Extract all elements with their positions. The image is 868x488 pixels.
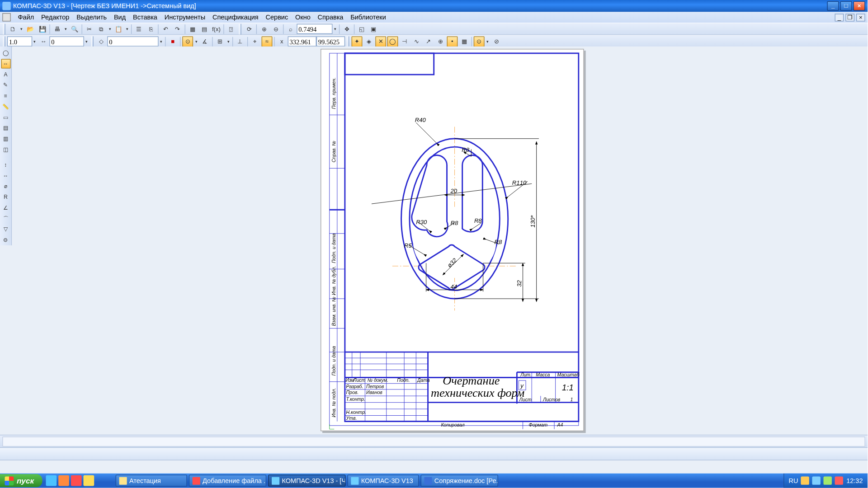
menu-service[interactable]: Сервис — [262, 12, 292, 23]
param-tab[interactable]: ≡ — [1, 91, 10, 101]
grid-dropdown[interactable]: ▾ — [226, 36, 231, 47]
snap-grid-button[interactable]: ▦ — [459, 36, 470, 47]
menu-select[interactable]: Выделить — [73, 12, 110, 23]
drawing-canvas[interactable]: Перв. примен. Справ. № Подп. и дата Инв.… — [12, 47, 868, 435]
line-style-combo[interactable] — [7, 36, 32, 46]
toolbar-grip[interactable] — [3, 36, 5, 47]
paste-button[interactable]: 📋 — [113, 23, 124, 34]
pan-button[interactable]: ✥ — [341, 23, 352, 34]
snap-all-dropdown[interactable]: ▾ — [485, 36, 491, 47]
redo-button[interactable]: ↷ — [172, 23, 183, 34]
ql-firefox-icon[interactable] — [58, 475, 69, 486]
task-kompas-doc[interactable]: КОМПАС-3D V13 - [Ч... — [268, 474, 345, 486]
spec-tab[interactable]: ▤ — [1, 123, 10, 133]
linear-dim-button[interactable]: ↔ — [1, 171, 10, 180]
print-button[interactable]: 🖶 — [52, 23, 63, 34]
snap-align-button[interactable]: ↗ — [423, 36, 434, 47]
task-folder[interactable]: Атестация — [116, 474, 187, 486]
angle-snap-button[interactable]: ∡ — [200, 36, 211, 47]
clock[interactable]: 12:32 — [846, 477, 863, 484]
ql-yandex-icon[interactable] — [84, 475, 94, 486]
zoom-out-button[interactable]: ⊖ — [270, 23, 281, 34]
report-tab[interactable]: ▥ — [1, 134, 10, 144]
menu-spec[interactable]: Спецификация — [209, 12, 262, 23]
snap-toggle[interactable]: ⊙ — [182, 36, 193, 47]
copy-button[interactable]: ⧉ — [96, 23, 107, 34]
open-button[interactable]: 📂 — [25, 23, 36, 34]
tray-icon[interactable] — [812, 476, 821, 484]
geometry-tab[interactable]: ◯ — [1, 48, 10, 58]
lang-indicator[interactable]: RU — [788, 477, 798, 484]
library-mgr-button[interactable]: ▦ — [187, 23, 198, 34]
snap-int-button[interactable]: ✕ — [375, 36, 386, 47]
grid-button[interactable]: ⊞ — [214, 36, 225, 47]
snap-disable-button[interactable]: ⊘ — [491, 36, 502, 47]
text-tab[interactable]: A — [1, 70, 10, 79]
menu-libraries[interactable]: Библиотеки — [347, 12, 389, 23]
task-yandex[interactable]: Добавление файла ... — [189, 474, 266, 486]
round-button[interactable]: ≈ — [262, 36, 273, 47]
window-close-button[interactable]: × — [853, 1, 865, 11]
mdi-minimize-button[interactable]: _ — [835, 14, 844, 21]
menu-insert[interactable]: Вставка — [129, 12, 161, 23]
tray-icon[interactable] — [835, 476, 843, 484]
task-kompas[interactable]: КОМПАС-3D V13 — [347, 474, 419, 486]
arc-dim-button[interactable]: ⌒ — [1, 214, 10, 223]
ql-chrome-icon[interactable] — [46, 475, 57, 486]
print-dropdown[interactable]: ▾ — [63, 23, 69, 34]
select-tab[interactable]: ▭ — [1, 113, 10, 122]
toolbar-grip[interactable] — [3, 23, 5, 34]
snap-mid-button[interactable]: ◈ — [363, 36, 374, 47]
snap-point-button[interactable]: • — [447, 36, 458, 47]
spec-button[interactable]: ▤ — [199, 23, 210, 34]
snap-perp-button[interactable]: ⊣ — [399, 36, 410, 47]
task-word[interactable]: Сопряжение.doc [Ре... — [421, 474, 498, 486]
height-dim-button[interactable]: ▽ — [1, 225, 10, 234]
stop-button[interactable]: ■ — [167, 36, 178, 47]
angle-dim-button[interactable]: ∠ — [1, 203, 10, 212]
window-minimize-button[interactable]: _ — [827, 1, 839, 11]
diam-dim-button[interactable]: ⌀ — [1, 182, 10, 191]
menu-file[interactable]: Файл — [14, 12, 38, 23]
radial-dim-button[interactable]: R — [1, 192, 10, 202]
zoom-in-button[interactable]: ⊕ — [259, 23, 269, 34]
undo-button[interactable]: ↶ — [160, 23, 171, 34]
snap-all-button[interactable]: ⊙ — [474, 36, 485, 47]
snap-end-button[interactable]: ✦ — [352, 36, 363, 47]
copy-props-button[interactable]: ⎘ — [146, 23, 156, 34]
dimensions-tab[interactable]: ↔ — [1, 59, 10, 68]
new-button[interactable]: 🗋 — [8, 23, 19, 34]
step-dropdown[interactable]: ▾ — [84, 36, 90, 47]
menu-help[interactable]: Справка — [314, 12, 347, 23]
local-cs-button[interactable]: ⌖ — [250, 36, 260, 47]
menu-editor[interactable]: Редактор — [38, 12, 73, 23]
toolbar-grip[interactable] — [91, 36, 94, 47]
step-field[interactable] — [49, 36, 84, 46]
snap-center-button[interactable]: ⊕ — [435, 36, 446, 47]
snap-dropdown[interactable]: ▾ — [193, 36, 199, 47]
measure-tab[interactable]: 📏 — [1, 102, 10, 111]
toolbar-grip[interactable] — [347, 36, 349, 47]
paste-dropdown[interactable]: ▾ — [124, 23, 130, 34]
tray-icon[interactable] — [824, 476, 832, 484]
zoom-prev-button[interactable]: ◱ — [356, 23, 367, 34]
edit-tab[interactable]: ✎ — [1, 80, 10, 90]
ortho-button[interactable]: ⊥ — [235, 36, 245, 47]
new-dropdown[interactable]: ▾ — [19, 23, 24, 34]
snap-tan-button[interactable]: ◯ — [387, 36, 398, 47]
zoom-combo[interactable] — [297, 24, 332, 34]
layer-icon[interactable]: ◇ — [96, 36, 107, 47]
mdi-restore-button[interactable]: ❐ — [845, 14, 854, 21]
step-button[interactable]: ↔ — [38, 36, 49, 47]
toolbar-grip[interactable] — [239, 23, 241, 34]
save-button[interactable]: 💾 — [37, 23, 48, 34]
zoom-fit-button[interactable]: ▣ — [368, 23, 379, 34]
menu-window[interactable]: Окно — [292, 12, 314, 23]
ql-opera-icon[interactable] — [71, 475, 82, 486]
preview-button[interactable]: 🔍 — [69, 23, 80, 34]
layer-dropdown[interactable]: ▾ — [159, 36, 164, 47]
window-maximize-button[interactable]: □ — [840, 1, 852, 11]
layer-combo[interactable] — [107, 36, 158, 46]
line-style-dropdown[interactable]: ▾ — [32, 36, 38, 47]
menu-view[interactable]: Вид — [110, 12, 129, 23]
